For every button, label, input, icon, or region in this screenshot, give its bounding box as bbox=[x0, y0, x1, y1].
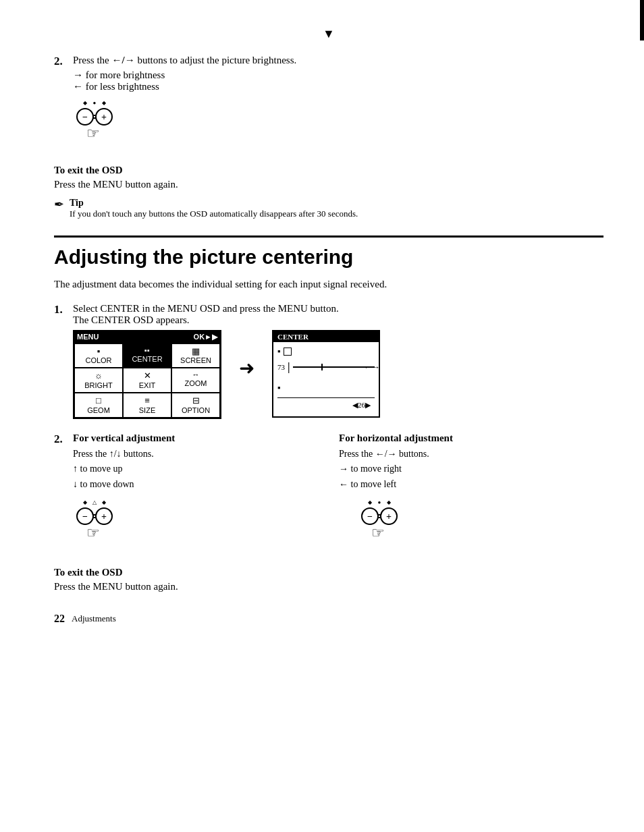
step2-vertical: 2. For vertical adjustment Press the ↑/↓… bbox=[54, 433, 319, 556]
center-osd-box: CENTER ▪ 73 | ←→ bbox=[272, 330, 380, 418]
menu-cell-zoom: ↔ZOOM bbox=[171, 368, 220, 393]
page-number: 22 bbox=[54, 613, 65, 625]
svg-text:☞: ☞ bbox=[86, 125, 100, 142]
menu-cell-screen: ▦SCREEN bbox=[171, 343, 220, 368]
svg-text:☞: ☞ bbox=[86, 524, 100, 541]
step2-horiz-right: → to move right bbox=[339, 462, 603, 476]
step2-horiz-text: Press the ←/→ buttons. bbox=[339, 447, 603, 462]
tip-text: If you don't touch any buttons the OSD a… bbox=[70, 209, 358, 219]
center-osd-diagram: CENTER ▪ 73 | ←→ bbox=[272, 330, 380, 418]
center-slider-vert: 73 | ←→ bbox=[277, 361, 375, 373]
svg-text:−: − bbox=[82, 112, 88, 122]
step2-horiz-left: ← to move left bbox=[339, 477, 603, 492]
step2-vert-up: ↑ to move up bbox=[73, 462, 175, 476]
step2-main-text: Press the ←/→ buttons to adjust the pict… bbox=[73, 55, 296, 68]
center-slider-horiz: ▪ bbox=[277, 383, 375, 393]
osd-menu-box: MENU OK►▶ ▪COLOR ▪▪CENTER ▦SCREEN bbox=[73, 330, 221, 419]
tip-title: Tip bbox=[70, 198, 84, 208]
menu-cell-bright: ☼BRIGHT bbox=[74, 368, 123, 393]
centering-section-header: Adjusting the picture centering The adju… bbox=[54, 235, 603, 292]
step2-number: 2. bbox=[54, 433, 68, 492]
osd-menu-label: MENU bbox=[77, 333, 99, 341]
exit-osd2-section: To exit the OSD Press the MENU button ag… bbox=[54, 567, 603, 592]
tip-content: Tip If you don't touch any buttons the O… bbox=[70, 197, 358, 219]
svg-text:☞: ☞ bbox=[371, 524, 385, 541]
menu-cell-center: ▪▪CENTER bbox=[123, 343, 171, 368]
exit-text: Press the MENU button again. bbox=[54, 179, 603, 190]
svg-text:◆: ◆ bbox=[83, 499, 88, 505]
step1-sub: The CENTER OSD appears. bbox=[73, 314, 339, 326]
exit-title: To exit the OSD bbox=[54, 165, 603, 176]
footer-label: Adjustments bbox=[72, 613, 116, 624]
menu-cell-color: ▪COLOR bbox=[74, 343, 123, 368]
center-bottom-val: ◀ 26 ▶ bbox=[277, 397, 375, 412]
step1-section: 1. Select CENTER in the MENU OSD and pre… bbox=[54, 303, 603, 419]
svg-text:◆: ◆ bbox=[387, 499, 392, 505]
exit-title2: To exit the OSD bbox=[54, 567, 603, 578]
vert-knob-svg: ◆ △ ◆ − + ☞ bbox=[73, 497, 127, 548]
step1-number: 1. bbox=[54, 303, 68, 326]
brightness-bullet2: ← for less brightness bbox=[73, 81, 603, 92]
page-border bbox=[640, 0, 644, 40]
tip-icon: ✒ bbox=[54, 197, 64, 212]
exit-text2: Press the MENU button again. bbox=[54, 581, 603, 592]
menu-cell-option: ⊟OPTION bbox=[171, 393, 220, 418]
menu-cell-size: ≡SIZE bbox=[123, 393, 171, 418]
vertical-diagram: ◆ △ ◆ − + ☞ bbox=[73, 497, 319, 551]
menu-osd-diagram: MENU OK►▶ ▪COLOR ▪▪CENTER ▦SCREEN bbox=[73, 330, 221, 419]
step2-horizontal: For horizontal adjustment Press the ←/→ … bbox=[339, 433, 603, 556]
brightness-bullets: → for more brightness ← for less brightn… bbox=[73, 70, 603, 92]
step2-vert-text: Press the ↑/↓ buttons. bbox=[73, 447, 175, 462]
menu-cell-geom: □GEOM bbox=[74, 393, 123, 418]
svg-text:●: ● bbox=[93, 100, 97, 106]
step2-vert-title: For vertical adjustment bbox=[73, 433, 175, 444]
brightness-bullet1: → for more brightness bbox=[73, 70, 603, 81]
centering-title: Adjusting the picture centering bbox=[54, 246, 603, 269]
svg-text:−: − bbox=[82, 511, 88, 522]
svg-text:+: + bbox=[101, 112, 107, 122]
osd-menu-grid: ▪COLOR ▪▪CENTER ▦SCREEN ☼BRIGHT bbox=[74, 343, 220, 418]
center-osd-body: ▪ 73 | ←→ bbox=[273, 342, 379, 416]
horizontal-diagram: ◆ ● ◆ − + ☞ bbox=[358, 497, 603, 551]
step2-horiz-title: For horizontal adjustment bbox=[339, 433, 603, 444]
svg-text:◆: ◆ bbox=[83, 100, 88, 106]
arrow-between-menus: ➜ bbox=[232, 357, 261, 379]
menu-cell-exit: ✕EXIT bbox=[123, 368, 171, 393]
step2-vert-down: ↓ to move down bbox=[73, 477, 175, 492]
step-number-2: 2. bbox=[54, 55, 68, 68]
svg-text:◆: ◆ bbox=[368, 499, 373, 505]
exit-osd-section: To exit the OSD Press the MENU button ag… bbox=[54, 165, 603, 190]
top-arrow: ▼ bbox=[54, 27, 603, 41]
osd-menu-header: MENU OK►▶ bbox=[74, 331, 220, 343]
page-footer: 22 Adjustments bbox=[54, 613, 603, 625]
svg-text:◆: ◆ bbox=[102, 100, 107, 106]
step1-text: Select CENTER in the MENU OSD and press … bbox=[73, 303, 339, 314]
svg-text:◆: ◆ bbox=[102, 499, 107, 505]
svg-text:+: + bbox=[386, 511, 392, 522]
center-osd-header: CENTER bbox=[273, 331, 379, 342]
svg-text:+: + bbox=[101, 511, 107, 522]
brightness-diagram: ◆ ● ◆ − + ☞ bbox=[73, 98, 603, 151]
horiz-knob-svg: ◆ ● ◆ − + ☞ bbox=[358, 497, 412, 548]
step2-section: 2. For vertical adjustment Press the ↑/↓… bbox=[54, 433, 603, 556]
svg-text:●: ● bbox=[378, 499, 381, 505]
brightness-knob-svg: ◆ ● ◆ − + ☞ bbox=[73, 98, 127, 148]
tip-section: ✒ Tip If you don't touch any buttons the… bbox=[54, 197, 603, 219]
svg-text:−: − bbox=[367, 511, 373, 522]
osd-menu-ok: OK►▶ bbox=[194, 333, 217, 341]
brightness-section: 2. Press the ←/→ buttons to adjust the p… bbox=[54, 55, 603, 151]
svg-text:△: △ bbox=[92, 499, 97, 505]
centering-desc: The adjustment data becomes the individu… bbox=[54, 277, 603, 292]
